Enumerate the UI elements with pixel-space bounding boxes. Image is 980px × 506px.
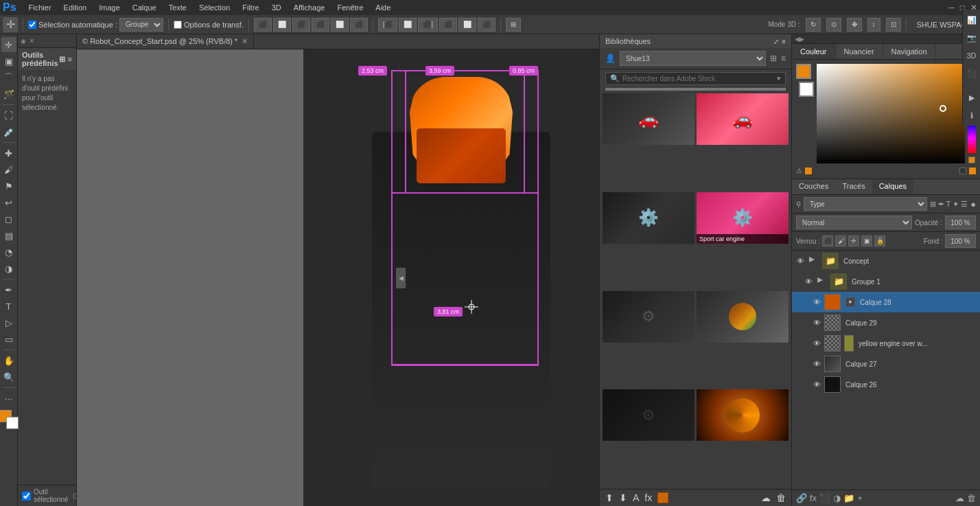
layer-groupe1-vis[interactable]: 👁 [803, 276, 814, 287]
opacity-input[interactable] [945, 216, 976, 229]
tab-nuancier[interactable]: Nuancier [836, 44, 883, 59]
tool-healing[interactable]: ✚ [1, 146, 16, 161]
layer-concept-vis[interactable]: 👁 [795, 255, 806, 266]
group-icon[interactable]: ⬛ [964, 66, 979, 81]
tab-couches[interactable]: Couches [792, 179, 835, 194]
dist-middle-btn[interactable]: ⬜ [458, 18, 476, 32]
tool-crop[interactable]: ⛶ [1, 108, 16, 123]
layer-concept-arrow[interactable] [808, 255, 819, 266]
menu-3d[interactable]: 3D [266, 2, 287, 13]
tool-hand[interactable]: ✋ [1, 353, 16, 368]
grid-btn[interactable]: ⊞ [506, 18, 521, 32]
current-color-preview[interactable] [969, 168, 976, 174]
layer-yellow-engine-vis[interactable]: 👁 [811, 338, 822, 349]
slide-3d-btn[interactable]: ↕ [867, 18, 880, 32]
libraries-menu-icon[interactable]: ≡ [782, 38, 786, 45]
canvas-tab[interactable]: © Robot_Concept_Start.psd @ 25% (RVB/8) … [77, 34, 254, 49]
menu-aide[interactable]: Aide [370, 2, 396, 13]
tool-eraser[interactable]: ◻ [1, 211, 16, 227]
layer-calque27[interactable]: 👁 Calque 27 [792, 354, 980, 374]
cc-link-icon[interactable]: ☁ [955, 493, 964, 503]
align-right-btn[interactable]: ⬛ [292, 18, 310, 32]
layer-groupe1-arrow[interactable] [816, 276, 827, 287]
layer-calque29-vis[interactable]: 👁 [811, 317, 822, 328]
orbit-3d-btn[interactable]: ⊙ [826, 18, 841, 32]
tab-traces[interactable]: Tracés [835, 179, 872, 194]
libraries-search-input[interactable] [622, 75, 774, 82]
dist-right-btn[interactable]: ⬛| [418, 18, 438, 32]
tool-blur[interactable]: ◔ [1, 244, 16, 260]
search-dropdown-icon[interactable]: ▾ [777, 74, 781, 83]
move-tool-btn[interactable]: ✛ [3, 17, 18, 32]
layer-calque27-vis[interactable]: 👁 [811, 358, 822, 369]
camera-icon[interactable]: 📷 [964, 30, 979, 45]
layer-calque26-vis[interactable]: 👁 [811, 379, 822, 390]
tool-dodge[interactable]: ◑ [1, 261, 16, 276]
library-item-dark-mech[interactable]: ⚙ [603, 389, 695, 441]
libraries-user-select[interactable]: Shue13 [620, 51, 766, 66]
right-collapse-icon[interactable]: ◀▶ [795, 36, 804, 43]
lib-delete-icon[interactable]: 🗑 [776, 492, 786, 503]
layer-groupe1[interactable]: 👁 📁 Groupe 1 [792, 271, 980, 292]
tool-move[interactable]: ✛ [1, 37, 16, 52]
lock-position-btn[interactable]: ✛ [848, 235, 859, 246]
menu-affichage[interactable]: Affichage [288, 2, 331, 13]
foreground-color[interactable] [796, 64, 811, 79]
scale-3d-btn[interactable]: ⊡ [886, 18, 901, 32]
dist-left-btn[interactable]: |⬛ [378, 18, 398, 32]
menu-selection[interactable]: Sélection [194, 2, 235, 13]
tool-selected-checkbox[interactable] [22, 492, 31, 501]
align-top-btn[interactable]: ⬛ [312, 18, 329, 32]
bg-color-tool[interactable] [6, 417, 19, 429]
add-layer-icon[interactable]: + [857, 493, 863, 503]
library-item-car-pink[interactable]: 🚗 [697, 93, 789, 145]
lib-effect-icon[interactable]: fx [644, 492, 652, 503]
transform-checkbox[interactable] [174, 21, 182, 29]
background-color[interactable] [799, 82, 814, 97]
canvas-tab-close[interactable]: ✕ [242, 37, 248, 46]
layer-calque29[interactable]: 👁 Calque 29 [792, 312, 980, 333]
histogram-icon[interactable]: 📊 [964, 12, 979, 27]
align-bottom-btn[interactable]: ⬛ [350, 18, 368, 32]
library-item-gold-circle[interactable] [697, 389, 789, 441]
add-mask-icon[interactable]: ⬛ [819, 493, 830, 503]
rotate-3d-btn[interactable]: ↻ [806, 18, 821, 32]
align-left-btn[interactable]: ⬛ [254, 18, 272, 32]
presets-collapse-icon[interactable]: ◉ [21, 38, 26, 45]
menu-fichier[interactable]: Fichier [23, 2, 57, 13]
lib-text-icon[interactable]: A [633, 492, 639, 503]
presets-icon2[interactable]: ≡ [68, 55, 72, 64]
layer-yellow-engine[interactable]: 👁 yellow engine over w... [792, 333, 980, 354]
color-gradient-picker[interactable] [817, 64, 965, 163]
layer-type-select[interactable]: Type [804, 197, 927, 211]
dist-bottom-btn[interactable]: ⬛ [478, 18, 495, 32]
add-link-icon[interactable]: 🔗 [796, 493, 807, 503]
presets-icon1[interactable]: ⊞ [59, 55, 65, 64]
menu-fenetre[interactable]: Fenêtre [331, 2, 369, 13]
panel-collapse-handle[interactable]: ◀ [396, 268, 406, 288]
3d-icon[interactable]: 3D [964, 48, 979, 63]
tool-path-select[interactable]: ▷ [1, 315, 16, 330]
layer-filter-toggle[interactable]: ● [970, 199, 976, 209]
menu-texte[interactable]: Texte [163, 2, 192, 13]
lib-download-icon[interactable]: ⬇ [619, 492, 627, 503]
libraries-expand-icon[interactable]: ⤢ [773, 38, 779, 45]
gamut-warning-triangle[interactable]: ⚠ [796, 167, 802, 174]
menu-calque[interactable]: Calque [127, 2, 162, 13]
layer-filter-icons[interactable]: ⊞ ✒ T ✦ ☰ [930, 200, 968, 209]
library-item-engine-dark[interactable]: ⚙️ [603, 192, 695, 244]
right-info-icon[interactable]: ℹ [964, 108, 979, 123]
lib-color-swatch[interactable] [657, 492, 668, 503]
tab-couleur[interactable]: Couleur [792, 44, 836, 59]
tool-type[interactable]: T [1, 299, 16, 314]
tool-clone[interactable]: ⚑ [1, 179, 16, 194]
menu-filtre[interactable]: Filtre [237, 2, 264, 13]
minimize-btn[interactable]: ─ [948, 3, 955, 12]
tool-gradient[interactable]: ▤ [1, 228, 16, 243]
layer-calque28[interactable]: 👁 ✦ Calque 28 [792, 292, 980, 312]
dist-top-btn[interactable]: ⬛ [439, 18, 457, 32]
align-middle-btn[interactable]: ⬜ [331, 18, 349, 32]
presets-close-icon[interactable]: ✕ [29, 37, 34, 45]
lib-upload-icon[interactable]: ⬆ [605, 492, 614, 503]
libraries-list-icon[interactable]: ≡ [781, 54, 786, 63]
